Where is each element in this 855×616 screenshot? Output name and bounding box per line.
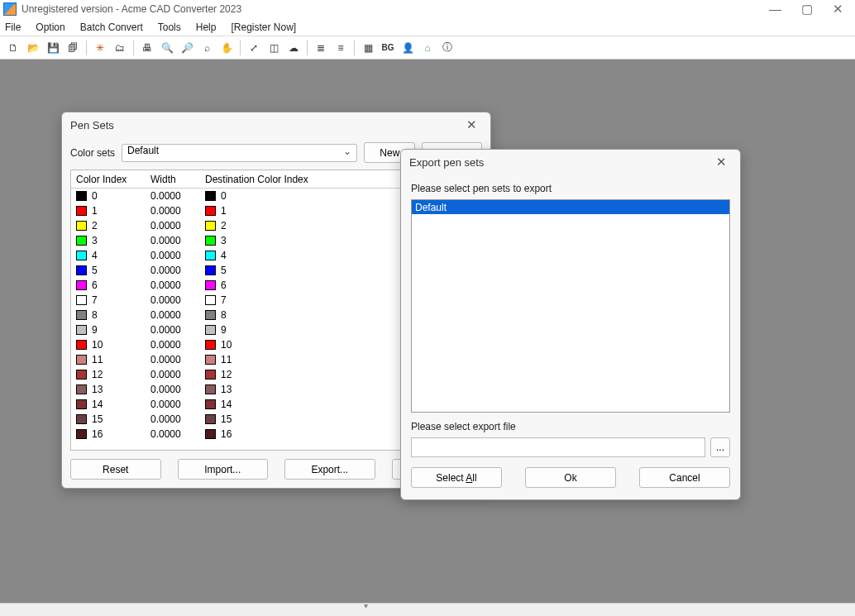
color-sets-value: Default: [127, 145, 159, 156]
dialog-header[interactable]: Export pen sets ✕: [401, 150, 740, 174]
maximize-button[interactable]: ▢: [801, 2, 813, 17]
cell-width: 0.0000: [150, 309, 205, 321]
cell-width: 0.0000: [150, 250, 205, 261]
cell-width: 0.0000: [150, 265, 205, 276]
cell-width: 0.0000: [150, 190, 205, 202]
cell-index: 12: [76, 369, 150, 380]
statusbar: ▾: [0, 603, 855, 616]
menu-option[interactable]: Option: [36, 21, 64, 33]
cell-width: 0.0000: [150, 220, 205, 232]
copy-icon[interactable]: 🗐: [64, 40, 81, 56]
cell-width: 0.0000: [150, 369, 205, 380]
ok-button[interactable]: Ok: [525, 467, 616, 488]
user-icon[interactable]: 👤: [399, 40, 416, 56]
cell-width: 0.0000: [150, 324, 205, 336]
home-icon[interactable]: ⌂: [419, 40, 436, 56]
import-button[interactable]: Import...: [178, 459, 269, 480]
zoom-window-icon[interactable]: ◫: [265, 40, 282, 56]
window-title: Unregistered version - Acme CAD Converte…: [21, 3, 769, 15]
menu-help[interactable]: Help: [196, 21, 217, 33]
titlebar: Unregistered version - Acme CAD Converte…: [0, 0, 855, 18]
cell-index: 4: [76, 250, 150, 261]
zoom-in-icon[interactable]: 🔍: [159, 40, 175, 56]
cell-index: 6: [76, 279, 150, 291]
menu-file[interactable]: File: [5, 21, 21, 33]
cancel-button[interactable]: Cancel: [639, 467, 730, 488]
zoom-area-icon[interactable]: ⌕: [198, 40, 215, 56]
true-color-icon[interactable]: ▦: [360, 40, 376, 56]
export-pen-sets-dialog: Export pen sets ✕ Please select pen sets…: [400, 149, 741, 500]
cell-index: 15: [76, 413, 150, 425]
convert-icon[interactable]: ✳: [92, 40, 108, 56]
cell-width: 0.0000: [150, 339, 205, 351]
new-icon[interactable]: 🗋: [5, 40, 21, 56]
layer-options-icon[interactable]: ≡: [332, 40, 349, 56]
browse-button[interactable]: ...: [710, 437, 730, 457]
close-button[interactable]: ✕: [833, 2, 843, 17]
select-all-button[interactable]: Select All: [411, 467, 502, 488]
toolbar: 🗋 📂 💾 🗐 ✳ 🗂 🖶 🔍 🔎 ⌕ ✋ ⤢ ◫ ☁ ≣ ≡ ▦ BG 👤 ⌂…: [0, 36, 855, 60]
minimize-button[interactable]: —: [769, 2, 781, 17]
cell-width: 0.0000: [150, 413, 205, 425]
export-prompt: Please select pen sets to export: [411, 183, 730, 194]
file-prompt: Please select export file: [411, 421, 730, 432]
hide-layer-icon[interactable]: ≣: [313, 40, 329, 56]
menu-register[interactable]: [Register Now]: [231, 21, 296, 33]
list-item[interactable]: Default: [412, 200, 729, 214]
menu-tools[interactable]: Tools: [158, 21, 181, 33]
layers-icon[interactable]: 🗂: [112, 40, 128, 56]
cell-width: 0.0000: [150, 294, 205, 306]
cell-width: 0.0000: [150, 205, 205, 217]
dialog-header[interactable]: Pen Sets ✕: [62, 112, 490, 137]
cell-index: 14: [76, 399, 150, 410]
save-icon[interactable]: 💾: [45, 40, 61, 56]
cell-index: 10: [76, 339, 150, 351]
realtime-pan-icon[interactable]: ☁: [285, 40, 302, 56]
status-marker: ▾: [364, 601, 368, 610]
color-sets-select[interactable]: Default: [122, 144, 357, 162]
zoom-extents-icon[interactable]: ⤢: [246, 40, 262, 56]
pen-sets-listbox[interactable]: Default: [411, 199, 730, 413]
col-width[interactable]: Width: [150, 174, 205, 185]
separator: [133, 41, 134, 55]
pan-icon[interactable]: ✋: [218, 40, 235, 56]
reset-button[interactable]: Reset: [70, 459, 161, 480]
cell-width: 0.0000: [150, 235, 205, 246]
open-icon[interactable]: 📂: [25, 40, 41, 56]
cell-index: 9: [76, 324, 150, 336]
cell-index: 8: [76, 309, 150, 321]
separator: [240, 41, 241, 55]
cell-index: 2: [76, 220, 150, 232]
color-sets-label: Color sets: [70, 147, 115, 159]
menu-batch-convert[interactable]: Batch Convert: [80, 21, 143, 33]
print-icon[interactable]: 🖶: [139, 40, 155, 56]
menubar: File Option Batch Convert Tools Help [Re…: [0, 18, 855, 36]
cell-width: 0.0000: [150, 354, 205, 365]
cell-index: 1: [76, 205, 150, 217]
cell-width: 0.0000: [150, 279, 205, 291]
export-file-input[interactable]: [411, 437, 705, 457]
dialog-title: Export pen sets: [409, 156, 711, 169]
cell-index: 3: [76, 235, 150, 246]
separator: [354, 41, 355, 55]
info-icon[interactable]: ⓘ: [439, 40, 456, 56]
cell-index: 7: [76, 294, 150, 306]
bg-icon[interactable]: BG: [380, 40, 396, 56]
cell-width: 0.0000: [150, 428, 205, 440]
cell-index: 5: [76, 265, 150, 276]
export-button[interactable]: Export...: [284, 459, 375, 480]
app-icon: [3, 2, 17, 16]
dialog-title: Pen Sets: [70, 119, 461, 131]
close-icon[interactable]: ✕: [711, 153, 732, 171]
close-icon[interactable]: ✕: [461, 116, 482, 134]
cell-index: 11: [76, 354, 150, 365]
cell-index: 16: [76, 428, 150, 440]
cell-width: 0.0000: [150, 399, 205, 410]
cell-index: 0: [76, 190, 150, 202]
cell-width: 0.0000: [150, 384, 205, 395]
separator: [307, 41, 308, 55]
col-index[interactable]: Color Index: [76, 174, 150, 185]
cell-index: 13: [76, 384, 150, 395]
zoom-out-icon[interactable]: 🔎: [179, 40, 195, 56]
window-controls: — ▢ ✕: [769, 2, 852, 17]
